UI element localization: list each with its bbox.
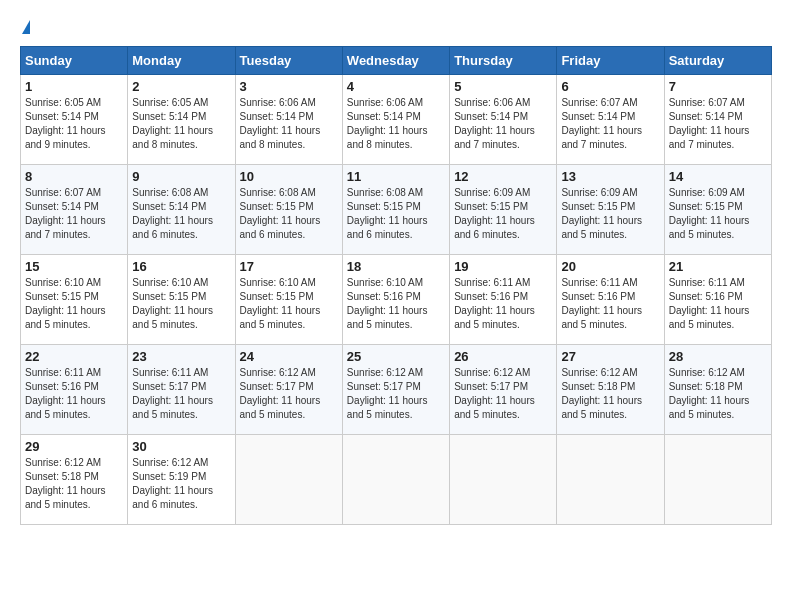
calendar-week-row: 1 Sunrise: 6:05 AMSunset: 5:14 PMDayligh… (21, 75, 772, 165)
calendar-header-row: SundayMondayTuesdayWednesdayThursdayFrid… (21, 47, 772, 75)
calendar-cell: 30 Sunrise: 6:12 AMSunset: 5:19 PMDaylig… (128, 435, 235, 525)
page-header (20, 20, 772, 36)
calendar-cell: 11 Sunrise: 6:08 AMSunset: 5:15 PMDaylig… (342, 165, 449, 255)
calendar-week-row: 29 Sunrise: 6:12 AMSunset: 5:18 PMDaylig… (21, 435, 772, 525)
day-info: Sunrise: 6:09 AMSunset: 5:15 PMDaylight:… (669, 187, 750, 240)
calendar-cell: 9 Sunrise: 6:08 AMSunset: 5:14 PMDayligh… (128, 165, 235, 255)
day-info: Sunrise: 6:10 AMSunset: 5:15 PMDaylight:… (25, 277, 106, 330)
day-info: Sunrise: 6:12 AMSunset: 5:17 PMDaylight:… (240, 367, 321, 420)
day-info: Sunrise: 6:11 AMSunset: 5:16 PMDaylight:… (669, 277, 750, 330)
calendar-cell: 27 Sunrise: 6:12 AMSunset: 5:18 PMDaylig… (557, 345, 664, 435)
calendar-cell: 15 Sunrise: 6:10 AMSunset: 5:15 PMDaylig… (21, 255, 128, 345)
calendar-cell: 26 Sunrise: 6:12 AMSunset: 5:17 PMDaylig… (450, 345, 557, 435)
calendar-cell (342, 435, 449, 525)
day-info: Sunrise: 6:06 AMSunset: 5:14 PMDaylight:… (347, 97, 428, 150)
calendar-cell: 24 Sunrise: 6:12 AMSunset: 5:17 PMDaylig… (235, 345, 342, 435)
calendar-cell: 14 Sunrise: 6:09 AMSunset: 5:15 PMDaylig… (664, 165, 771, 255)
calendar-cell: 6 Sunrise: 6:07 AMSunset: 5:14 PMDayligh… (557, 75, 664, 165)
day-info: Sunrise: 6:09 AMSunset: 5:15 PMDaylight:… (561, 187, 642, 240)
calendar-cell: 19 Sunrise: 6:11 AMSunset: 5:16 PMDaylig… (450, 255, 557, 345)
calendar-cell: 8 Sunrise: 6:07 AMSunset: 5:14 PMDayligh… (21, 165, 128, 255)
logo-icon (22, 20, 30, 34)
calendar-day-header: Thursday (450, 47, 557, 75)
day-number: 8 (25, 169, 123, 184)
day-number: 24 (240, 349, 338, 364)
calendar-cell: 23 Sunrise: 6:11 AMSunset: 5:17 PMDaylig… (128, 345, 235, 435)
day-info: Sunrise: 6:11 AMSunset: 5:16 PMDaylight:… (25, 367, 106, 420)
title-area (30, 20, 772, 22)
day-info: Sunrise: 6:12 AMSunset: 5:17 PMDaylight:… (347, 367, 428, 420)
day-number: 26 (454, 349, 552, 364)
day-number: 28 (669, 349, 767, 364)
logo (20, 20, 30, 36)
calendar-cell: 4 Sunrise: 6:06 AMSunset: 5:14 PMDayligh… (342, 75, 449, 165)
day-info: Sunrise: 6:11 AMSunset: 5:16 PMDaylight:… (561, 277, 642, 330)
calendar-cell: 13 Sunrise: 6:09 AMSunset: 5:15 PMDaylig… (557, 165, 664, 255)
calendar-cell (557, 435, 664, 525)
calendar-cell: 29 Sunrise: 6:12 AMSunset: 5:18 PMDaylig… (21, 435, 128, 525)
calendar-cell: 5 Sunrise: 6:06 AMSunset: 5:14 PMDayligh… (450, 75, 557, 165)
day-number: 17 (240, 259, 338, 274)
calendar-week-row: 22 Sunrise: 6:11 AMSunset: 5:16 PMDaylig… (21, 345, 772, 435)
calendar-week-row: 8 Sunrise: 6:07 AMSunset: 5:14 PMDayligh… (21, 165, 772, 255)
day-number: 29 (25, 439, 123, 454)
calendar-cell: 1 Sunrise: 6:05 AMSunset: 5:14 PMDayligh… (21, 75, 128, 165)
calendar-day-header: Saturday (664, 47, 771, 75)
calendar-cell: 28 Sunrise: 6:12 AMSunset: 5:18 PMDaylig… (664, 345, 771, 435)
day-number: 7 (669, 79, 767, 94)
calendar-cell: 12 Sunrise: 6:09 AMSunset: 5:15 PMDaylig… (450, 165, 557, 255)
calendar-cell: 10 Sunrise: 6:08 AMSunset: 5:15 PMDaylig… (235, 165, 342, 255)
day-number: 21 (669, 259, 767, 274)
calendar-cell (235, 435, 342, 525)
day-number: 13 (561, 169, 659, 184)
calendar-day-header: Wednesday (342, 47, 449, 75)
day-number: 2 (132, 79, 230, 94)
calendar-cell: 17 Sunrise: 6:10 AMSunset: 5:15 PMDaylig… (235, 255, 342, 345)
day-info: Sunrise: 6:10 AMSunset: 5:15 PMDaylight:… (240, 277, 321, 330)
day-number: 27 (561, 349, 659, 364)
day-number: 19 (454, 259, 552, 274)
calendar-cell: 2 Sunrise: 6:05 AMSunset: 5:14 PMDayligh… (128, 75, 235, 165)
calendar-table: SundayMondayTuesdayWednesdayThursdayFrid… (20, 46, 772, 525)
day-info: Sunrise: 6:07 AMSunset: 5:14 PMDaylight:… (25, 187, 106, 240)
day-info: Sunrise: 6:12 AMSunset: 5:19 PMDaylight:… (132, 457, 213, 510)
day-number: 1 (25, 79, 123, 94)
calendar-cell: 3 Sunrise: 6:06 AMSunset: 5:14 PMDayligh… (235, 75, 342, 165)
day-info: Sunrise: 6:06 AMSunset: 5:14 PMDaylight:… (240, 97, 321, 150)
calendar-cell: 21 Sunrise: 6:11 AMSunset: 5:16 PMDaylig… (664, 255, 771, 345)
day-number: 14 (669, 169, 767, 184)
day-number: 4 (347, 79, 445, 94)
calendar-cell: 18 Sunrise: 6:10 AMSunset: 5:16 PMDaylig… (342, 255, 449, 345)
day-info: Sunrise: 6:07 AMSunset: 5:14 PMDaylight:… (561, 97, 642, 150)
day-number: 10 (240, 169, 338, 184)
calendar-cell: 25 Sunrise: 6:12 AMSunset: 5:17 PMDaylig… (342, 345, 449, 435)
day-number: 20 (561, 259, 659, 274)
day-number: 16 (132, 259, 230, 274)
day-info: Sunrise: 6:11 AMSunset: 5:17 PMDaylight:… (132, 367, 213, 420)
day-info: Sunrise: 6:12 AMSunset: 5:18 PMDaylight:… (561, 367, 642, 420)
day-number: 30 (132, 439, 230, 454)
day-info: Sunrise: 6:12 AMSunset: 5:18 PMDaylight:… (25, 457, 106, 510)
day-info: Sunrise: 6:05 AMSunset: 5:14 PMDaylight:… (25, 97, 106, 150)
day-number: 25 (347, 349, 445, 364)
day-number: 11 (347, 169, 445, 184)
day-info: Sunrise: 6:12 AMSunset: 5:17 PMDaylight:… (454, 367, 535, 420)
day-number: 9 (132, 169, 230, 184)
day-info: Sunrise: 6:09 AMSunset: 5:15 PMDaylight:… (454, 187, 535, 240)
calendar-cell: 22 Sunrise: 6:11 AMSunset: 5:16 PMDaylig… (21, 345, 128, 435)
day-info: Sunrise: 6:05 AMSunset: 5:14 PMDaylight:… (132, 97, 213, 150)
calendar-day-header: Tuesday (235, 47, 342, 75)
calendar-day-header: Friday (557, 47, 664, 75)
day-info: Sunrise: 6:12 AMSunset: 5:18 PMDaylight:… (669, 367, 750, 420)
calendar-week-row: 15 Sunrise: 6:10 AMSunset: 5:15 PMDaylig… (21, 255, 772, 345)
day-info: Sunrise: 6:06 AMSunset: 5:14 PMDaylight:… (454, 97, 535, 150)
day-number: 18 (347, 259, 445, 274)
day-number: 3 (240, 79, 338, 94)
calendar-cell: 16 Sunrise: 6:10 AMSunset: 5:15 PMDaylig… (128, 255, 235, 345)
day-info: Sunrise: 6:10 AMSunset: 5:15 PMDaylight:… (132, 277, 213, 330)
calendar-cell (450, 435, 557, 525)
day-number: 15 (25, 259, 123, 274)
calendar-cell (664, 435, 771, 525)
day-info: Sunrise: 6:07 AMSunset: 5:14 PMDaylight:… (669, 97, 750, 150)
day-number: 12 (454, 169, 552, 184)
